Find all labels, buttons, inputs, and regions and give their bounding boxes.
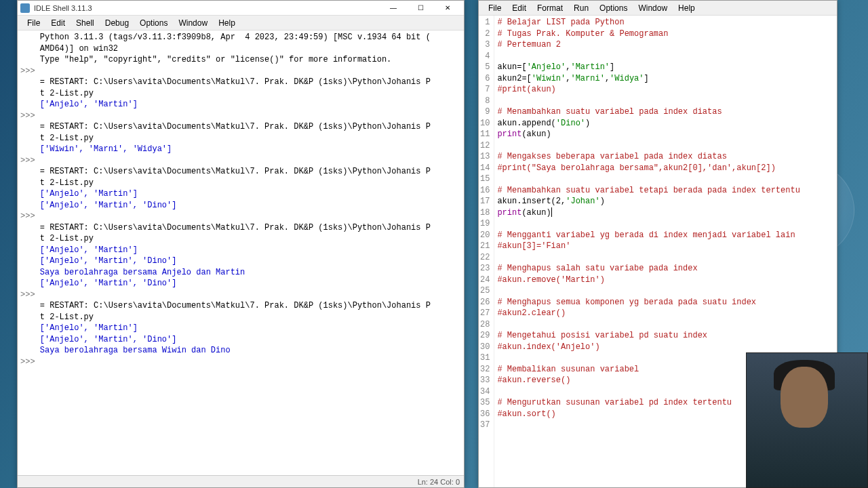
menu-edit[interactable]: Edit (45, 17, 71, 29)
code-line[interactable]: print(akun) (497, 207, 834, 219)
code-line[interactable]: akun=['Anjelo','Martin'] (497, 62, 834, 73)
code-line[interactable]: akun2=['Wiwin','Marni','Widya'] (497, 73, 834, 85)
shell-menubar: FileEditShellDebugOptionsWindowHelp (18, 16, 464, 30)
window-title: IDLE Shell 3.11.3 (34, 4, 380, 12)
shell-statusbar: Ln: 24 Col: 0 (18, 475, 464, 487)
idle-shell-window: IDLE Shell 3.11.3 — ☐ ✕ FileEditShellDeb… (17, 0, 465, 488)
code-line[interactable] (497, 51, 834, 62)
code-line[interactable]: # Pertemuan 2 (497, 39, 834, 51)
code-line[interactable] (497, 319, 834, 331)
minimize-button[interactable]: — (380, 1, 407, 15)
menu-window[interactable]: Window (633, 2, 673, 14)
menu-shell[interactable]: Shell (71, 17, 100, 29)
code-line[interactable]: #print("Saya berolahraga bersama",akun2[… (497, 163, 834, 174)
cursor-position: Ln: 24 Col: 0 (418, 478, 460, 486)
code-line[interactable]: # Mengganti variabel yg berada di index … (497, 230, 834, 241)
menu-window[interactable]: Window (173, 17, 213, 29)
code-line[interactable] (497, 140, 834, 152)
menu-options[interactable]: Options (594, 2, 633, 14)
desktop-icons (0, 0, 20, 488)
menu-format[interactable]: Format (532, 2, 568, 14)
code-line[interactable]: # Belajar LIST pada Python (497, 17, 834, 28)
shell-content[interactable]: Python 3.11.3 (tags/v3.11.3:f3909b8, Apr… (18, 30, 464, 475)
line-gutter: 1234567891011121314151617181920212223242… (479, 16, 494, 487)
titlebar[interactable]: IDLE Shell 3.11.3 — ☐ ✕ (18, 1, 464, 16)
code-line[interactable] (497, 174, 834, 185)
code-line[interactable]: # Menghapus semua komponen yg berada pad… (497, 297, 834, 308)
code-line[interactable]: # Menghapus salah satu variabe pada inde… (497, 263, 834, 274)
code-line[interactable] (497, 96, 834, 107)
menu-options[interactable]: Options (134, 17, 173, 29)
code-line[interactable]: # Mengetahui posisi variabel pd suatu in… (497, 330, 834, 342)
code-line[interactable]: #akun[3]='Fian' (497, 241, 834, 252)
code-line[interactable] (497, 218, 834, 230)
menu-file[interactable]: File (22, 17, 45, 29)
code-line[interactable]: #akun2.clear() (497, 308, 834, 319)
menu-help[interactable]: Help (673, 2, 701, 14)
menu-file[interactable]: File (483, 2, 507, 14)
code-line[interactable]: # Menambahkan suatu variabel tetapi bera… (497, 185, 834, 197)
python-icon (20, 3, 30, 13)
editor-menubar: FileEditFormatRunOptionsWindowHelp (479, 1, 837, 16)
code-line[interactable]: # Tugas Prak. Komputer & Pemograman (497, 28, 834, 40)
menu-help[interactable]: Help (213, 17, 241, 29)
code-line[interactable]: #akun.index('Anjelo') (497, 342, 834, 353)
code-line[interactable]: # Menambahkan suatu variabel pada index … (497, 106, 834, 118)
code-line[interactable]: akun.insert(2,'Johan') (497, 196, 834, 207)
code-line[interactable]: akun.append('Dino') (497, 118, 834, 129)
code-line[interactable]: #print(akun) (497, 84, 834, 96)
close-button[interactable]: ✕ (434, 1, 461, 15)
menu-run[interactable]: Run (568, 2, 594, 14)
code-line[interactable]: print(akun) (497, 129, 834, 140)
webcam-overlay (746, 352, 868, 488)
code-line[interactable]: # Mengakses beberapa variabel pada index… (497, 151, 834, 163)
maximize-button[interactable]: ☐ (407, 1, 434, 15)
menu-debug[interactable]: Debug (100, 17, 134, 29)
code-line[interactable] (497, 252, 834, 264)
code-line[interactable] (497, 285, 834, 297)
code-line[interactable]: #akun.remove('Martin') (497, 274, 834, 286)
menu-edit[interactable]: Edit (507, 2, 532, 14)
